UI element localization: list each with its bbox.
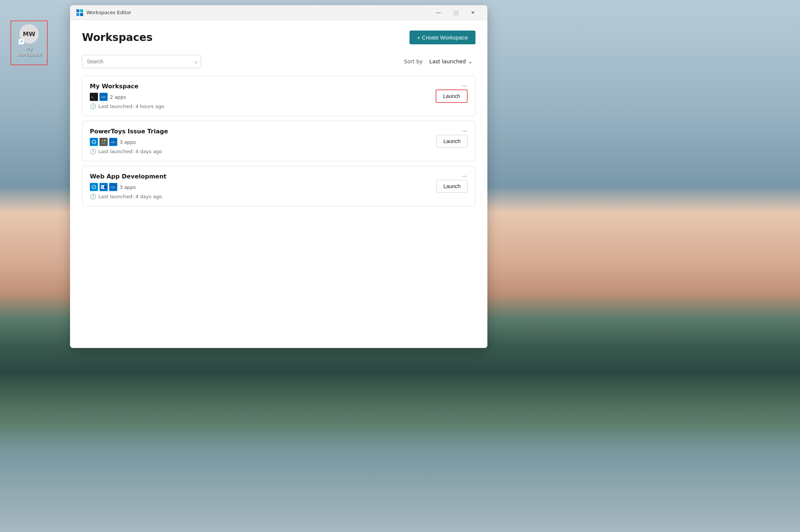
svg-rect-1 [80,9,83,12]
svg-rect-13 [104,140,106,141]
workspace-actions: Launch [436,180,468,193]
page-header: Workspaces + Create Workspace [82,31,475,44]
apps-count: 2 apps [110,94,126,100]
toolbar-row: ⌕ Sort by Last launched ⌄ [82,55,475,68]
terminal-icon: >_ [90,93,98,101]
last-launched: Last launched: 4 hours ago [98,104,164,109]
clock-icon: 🕐 [90,103,96,109]
last-launched: Last launched: 4 days ago [98,194,162,199]
svg-point-21 [92,187,95,189]
app-icons: </> [90,138,117,146]
desktop-icon-my-workspace[interactable]: MW ↗ MyWorkspace [10,20,48,65]
sort-chevron-icon: ⌄ [468,58,472,64]
sort-label: Sort by [404,58,423,64]
workspace-list: My Workspace >_ [82,76,475,211]
clock-icon: 🕐 [90,148,96,154]
vscode-icon: </> [109,183,117,191]
workspace-actions: Launch [436,89,468,103]
svg-text:>_: >_ [91,96,95,99]
workspace-time: 🕐 Last launched: 4 days ago [90,193,436,199]
sort-dropdown[interactable]: Last launched ⌄ [426,57,475,66]
page-title: Workspaces [82,31,152,44]
workspace-time: 🕐 Last launched: 4 days ago [90,148,436,154]
workspace-info: PowerToys Issue Triage [90,128,436,154]
workspace-apps: O </> 3 [90,183,436,191]
calculator-icon [99,138,108,146]
close-button[interactable]: ✕ [464,7,481,19]
svg-text:</>: </> [101,95,106,99]
search-input[interactable] [82,55,201,68]
app-icon [76,9,83,16]
edge-icon [90,183,98,191]
workspace-name: PowerToys Issue Triage [90,128,436,135]
minimize-button[interactable]: — [430,7,447,19]
workspace-name: My Workspace [90,83,436,90]
sort-row: Sort by Last launched ⌄ [404,57,475,66]
workspace-card: Web App Development [82,166,475,206]
workspace-info: Web App Development [90,173,436,199]
create-workspace-button[interactable]: + Create Workspace [410,31,475,44]
desktop-icon-avatar: MW ↗ [19,24,39,44]
workspace-name: Web App Development [90,173,436,180]
svg-rect-0 [76,9,79,12]
sort-value: Last launched [429,58,466,64]
svg-text:</>: </> [111,186,116,189]
shortcut-arrow-icon: ↗ [19,39,24,44]
workspace-time: 🕐 Last launched: 4 hours ago [90,103,436,109]
title-bar: Workspaces Editor — ⬜ ✕ [70,5,487,20]
svg-point-10 [92,142,95,144]
workspaces-editor-window: Workspaces Editor — ⬜ ✕ Workspaces + Cre… [70,5,487,348]
vscode-icon: </> [109,138,117,146]
more-options-button[interactable]: ··· [459,81,470,91]
app-icons: O </> [90,183,117,191]
apps-count: 3 apps [120,139,136,145]
search-wrapper: ⌕ [82,55,201,68]
workspace-card: PowerToys Issue Triage [82,121,475,161]
more-options-button[interactable]: ··· [459,171,470,181]
apps-count: 3 apps [120,184,136,190]
content-area: Workspaces + Create Workspace ⌕ Sort by … [70,20,487,348]
app-icons: >_ </> [90,93,108,101]
workspace-apps: >_ </> 2 apps [90,93,436,101]
workspace-info: My Workspace >_ [90,83,436,109]
svg-rect-14 [101,142,103,143]
workspace-actions: Launch [436,135,468,148]
svg-text:</>: </> [111,140,116,144]
svg-rect-3 [80,13,83,16]
last-launched: Last launched: 4 days ago [98,149,162,154]
svg-text:O: O [101,186,104,189]
workspace-card: My Workspace >_ [82,76,475,116]
launch-button[interactable]: Launch [436,135,468,148]
desktop-icon-label: MyWorkspace [17,46,41,57]
window-title: Workspaces Editor [86,10,430,15]
workspace-apps: </> 3 apps [90,138,436,146]
launch-button[interactable]: Launch [436,89,468,103]
maximize-button[interactable]: ⬜ [447,7,464,19]
svg-rect-15 [104,142,106,143]
launch-button[interactable]: Launch [436,180,468,193]
svg-rect-16 [101,143,106,144]
window-controls: — ⬜ ✕ [430,7,481,19]
vscode-icon: </> [99,93,108,101]
outlook-icon: O [99,183,108,191]
svg-rect-25 [104,186,106,188]
more-options-button[interactable]: ··· [459,126,470,136]
clock-icon: 🕐 [90,193,96,199]
svg-rect-11 [100,139,107,145]
edge-icon [90,138,98,146]
svg-rect-12 [101,140,103,141]
svg-rect-2 [76,13,79,16]
